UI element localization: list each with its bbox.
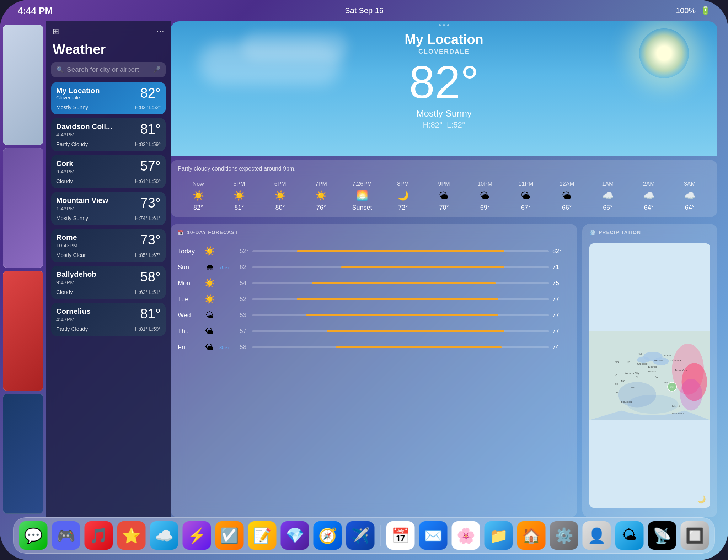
- card-temp: 57°: [140, 159, 161, 173]
- card-temp: 81°: [140, 307, 161, 321]
- dock-icon-reminders[interactable]: ☑️: [215, 521, 244, 550]
- svg-text:PA: PA: [654, 376, 658, 379]
- search-bar[interactable]: 🔍 Search for city or airport 🎤: [51, 62, 166, 77]
- dock-icon-music[interactable]: 🎵: [85, 521, 113, 550]
- card-name: Rome: [56, 233, 77, 242]
- location-card-3[interactable]: Mountain View 1:43PM 73° Mostly Sunny H:…: [51, 192, 166, 225]
- dock: 💬🎮🎵⭐☁️⚡☑️📝💎🧭✈️📅✉️🌸📁🏠⚙️👤🌤📡🔲: [13, 517, 715, 554]
- wind-icon: 💨: [589, 230, 596, 235]
- location-card-5[interactable]: Ballydehob 9:43PM 58° Cloudy H:62° L:51°: [51, 266, 166, 299]
- battery-percent: 100%: [676, 6, 696, 15]
- dock-icon-settings[interactable]: ⚙️: [550, 521, 578, 550]
- location-card-2[interactable]: Cork 9:43PM 57° Cloudy H:61° L:50°: [51, 155, 166, 188]
- svg-text:Montreal: Montreal: [670, 359, 682, 362]
- forecast-panel: 📅 10-DAY FORECAST Today ☀️ 52° 82° Sun 🌧…: [171, 224, 577, 517]
- dock-icon-weather[interactable]: 🌤: [615, 521, 644, 550]
- svg-text:IA: IA: [615, 373, 617, 376]
- thumbnail-2[interactable]: [3, 148, 43, 268]
- forecast-row-4: Wed 🌤 53° 77°: [178, 307, 570, 323]
- location-card-4[interactable]: Rome 10:43PM 73° Mostly Clear H:85° L:67…: [51, 229, 166, 262]
- hourly-row: Now ☀️ 82° 5PM ☀️ 81° 6PM ☀️ 80° 7PM ☀️ …: [178, 181, 710, 211]
- forecast-panel-header: 📅 10-DAY FORECAST: [178, 230, 570, 239]
- hour-item-12: 3AM ☁️ 64°: [669, 181, 710, 211]
- precipitation-panel: 💨 PRECIPITATION: [582, 224, 717, 517]
- dock-icon-calendar[interactable]: 📅: [386, 521, 415, 550]
- svg-text:Toronto: Toronto: [653, 359, 663, 362]
- dock-icon-radar[interactable]: 📡: [648, 521, 676, 550]
- thumbnail-4[interactable]: [3, 394, 43, 514]
- svg-text:AR: AR: [615, 383, 619, 386]
- precip-map[interactable]: Chicago Detroit Ottawa Montreal New York…: [589, 243, 710, 508]
- hour-item-5: 8PM 🌙 72°: [382, 181, 423, 211]
- dock-icon-photos[interactable]: 🌸: [452, 521, 480, 550]
- dock-icon-home[interactable]: 🏠: [517, 521, 546, 550]
- current-temp: 82°: [171, 59, 717, 105]
- forecast-row-5: Thu 🌥 57° 77°: [178, 323, 570, 339]
- search-icon: 🔍: [56, 66, 64, 74]
- panel-icon[interactable]: ⊞: [53, 27, 59, 36]
- dock-icon-widgetkit[interactable]: 🔲: [681, 521, 709, 550]
- dock-icon-reeder[interactable]: ⭐: [117, 521, 146, 550]
- calendar-icon-small: 📅: [178, 230, 184, 235]
- card-temp: 73°: [140, 233, 161, 247]
- thumbnail-3[interactable]: [3, 271, 43, 391]
- forecast-header-label: 10-DAY FORECAST: [187, 230, 238, 235]
- hour-item-9: 12AM 🌥 66°: [546, 181, 587, 211]
- svg-text:IA: IA: [627, 361, 630, 364]
- location-card-0[interactable]: My Location Cloverdale 82° Mostly Sunny …: [51, 82, 166, 114]
- hour-item-6: 9PM 🌥 70°: [423, 181, 464, 211]
- svg-text:WI: WI: [639, 353, 642, 356]
- dock-icon-messages[interactable]: 💬: [19, 521, 48, 550]
- card-temp: 82°: [140, 86, 161, 100]
- card-name: My Location: [56, 86, 100, 95]
- forecast-row-0: Today ☀️ 52° 82°: [178, 243, 570, 259]
- current-hl: H:82° L:52°: [171, 120, 717, 130]
- forecast-rows-container: Today ☀️ 52° 82° Sun 🌧 70% 62° 71° Mon ☀…: [178, 243, 570, 355]
- svg-text:New York: New York: [675, 368, 688, 372]
- precipitation-map-svg: Chicago Detroit Ottawa Montreal New York…: [589, 243, 710, 508]
- hourly-panel: Partly cloudy conditions expected around…: [171, 160, 717, 217]
- svg-text:London: London: [647, 370, 656, 373]
- status-date: Sat Sep 16: [345, 6, 384, 15]
- dock-icon-files[interactable]: 📁: [485, 521, 513, 550]
- hour-item-11: 2AM ☁️ 64°: [628, 181, 669, 211]
- location-cards-container: My Location Cloverdale 82° Mostly Sunny …: [51, 82, 166, 336]
- dock-separator: [380, 525, 381, 546]
- forecast-row-2: Mon ☀️ 54° 75°: [178, 275, 570, 291]
- mic-icon[interactable]: 🎤: [153, 66, 161, 74]
- svg-text:82: 82: [670, 385, 674, 389]
- dock-icon-notes[interactable]: 📝: [248, 521, 277, 550]
- hour-item-10: 1AM ☁️ 65°: [587, 181, 628, 211]
- dock-icon-contacts[interactable]: 👤: [583, 521, 611, 550]
- card-name: Cornelius: [56, 307, 91, 316]
- svg-text:MN: MN: [615, 361, 619, 364]
- svg-text:MS: MS: [631, 386, 635, 389]
- current-location-sub: CLOVERDALE: [171, 48, 717, 55]
- battery-icon: 🔋: [701, 6, 710, 15]
- location-card-6[interactable]: Cornelius 4:43PM 81° Partly Cloudy H:81°…: [51, 303, 166, 336]
- dock-icon-safari[interactable]: 🧭: [314, 521, 342, 550]
- dock-icon-discord[interactable]: 🎮: [52, 521, 80, 550]
- more-icon[interactable]: ⋯: [156, 27, 164, 36]
- card-name: Cork: [56, 159, 75, 168]
- svg-text:Kansas City: Kansas City: [624, 372, 639, 375]
- dock-icon-testflight[interactable]: ✈️: [346, 521, 375, 550]
- precip-header-label: PRECIPITATION: [599, 230, 641, 235]
- card-name: Ballydehob: [56, 270, 96, 279]
- hour-item-7: 10PM 🌥 69°: [465, 181, 505, 211]
- location-card-1[interactable]: Davidson Coll... 4:43PM 81° Partly Cloud…: [51, 118, 166, 151]
- dock-icon-icloud-drive[interactable]: ☁️: [150, 521, 178, 550]
- card-name: Davidson Coll...: [56, 122, 112, 131]
- hour-item-8: 11PM 🌥 67°: [505, 181, 546, 211]
- card-name: Mountain View: [56, 196, 108, 205]
- dock-icon-mail[interactable]: ✉️: [419, 521, 448, 550]
- thumbnail-1[interactable]: [3, 25, 43, 145]
- sidebar-title: Weather: [51, 42, 166, 57]
- moon-icon: 🌙: [697, 495, 706, 504]
- dock-icon-shortcuts[interactable]: ⚡: [183, 521, 211, 550]
- hour-item-3: 7PM ☀️ 76°: [301, 181, 342, 211]
- card-temp: 81°: [140, 122, 161, 136]
- weather-sidebar: ⊞ ⋯ Weather 🔍 Search for city or airport…: [46, 21, 171, 517]
- dock-icon-obsidian[interactable]: 💎: [281, 521, 309, 550]
- precip-panel-header: 💨 PRECIPITATION: [589, 230, 710, 239]
